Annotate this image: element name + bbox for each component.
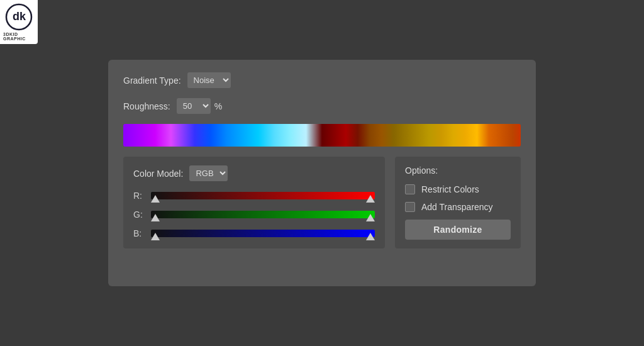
restrict-colors-checkbox[interactable] <box>405 184 415 194</box>
gradient-preview-bar <box>123 124 521 147</box>
r-thumb-right-triangle <box>366 195 375 203</box>
b-slider-bg <box>151 230 375 237</box>
gradient-type-label: Gradient Type: <box>123 75 181 86</box>
g-slider-bg <box>151 211 375 218</box>
add-transparency-label: Add Transparency <box>421 202 493 212</box>
g-thumb-right-triangle <box>366 214 375 221</box>
g-thumb-right[interactable] <box>366 213 375 221</box>
g-thumb-left[interactable] <box>151 213 160 221</box>
gradient-panel: Gradient Type: Noise Linear Radial Rough… <box>108 60 536 286</box>
logo-icon: dk <box>5 3 33 31</box>
r-slider-bg <box>151 192 375 199</box>
b-slider-row: B: <box>133 228 375 239</box>
color-model-header: Color Model: RGB HSB Lab <box>133 165 375 181</box>
g-thumb-left-triangle <box>151 214 160 221</box>
r-label: R: <box>133 191 146 201</box>
restrict-colors-row: Restrict Colors <box>405 184 511 194</box>
g-label: G: <box>133 209 146 220</box>
r-thumb-left-triangle <box>151 195 160 203</box>
roughness-select[interactable]: 50 25 75 100 <box>177 98 211 114</box>
svg-text:dk: dk <box>13 10 26 23</box>
gradient-type-row: Gradient Type: Noise Linear Radial <box>123 72 521 88</box>
b-thumb-left-triangle <box>151 233 160 240</box>
roughness-label: Roughness: <box>123 101 170 111</box>
r-thumb-left[interactable] <box>151 194 160 203</box>
g-slider-track[interactable] <box>151 209 375 220</box>
roughness-unit: % <box>214 101 222 111</box>
logo-corner: dk 3DKID GRAPHIC <box>0 0 38 44</box>
b-thumb-right-triangle <box>366 233 375 240</box>
options-title: Options: <box>405 165 511 176</box>
roughness-row: Roughness: 50 25 75 100 % <box>123 98 521 114</box>
color-model-select[interactable]: RGB HSB Lab <box>189 165 228 181</box>
b-label: B: <box>133 228 146 238</box>
bottom-section: Color Model: RGB HSB Lab R: <box>123 157 521 248</box>
restrict-colors-label: Restrict Colors <box>421 184 479 194</box>
b-slider-track[interactable] <box>151 228 375 239</box>
logo-text: 3DKID GRAPHIC <box>3 32 35 41</box>
r-thumb-right[interactable] <box>366 194 375 203</box>
b-thumb-left[interactable] <box>151 232 160 240</box>
r-slider-track[interactable] <box>151 190 375 201</box>
r-slider-row: R: <box>133 190 375 201</box>
color-model-label: Color Model: <box>133 169 183 179</box>
b-thumb-right[interactable] <box>366 232 375 240</box>
g-slider-row: G: <box>133 209 375 220</box>
add-transparency-checkbox[interactable] <box>405 202 415 212</box>
color-model-box: Color Model: RGB HSB Lab R: <box>123 157 385 248</box>
gradient-type-select[interactable]: Noise Linear Radial <box>187 72 231 88</box>
options-box: Options: Restrict Colors Add Transparenc… <box>395 157 521 248</box>
randomize-button[interactable]: Randomize <box>405 220 511 240</box>
add-transparency-row: Add Transparency <box>405 202 511 212</box>
